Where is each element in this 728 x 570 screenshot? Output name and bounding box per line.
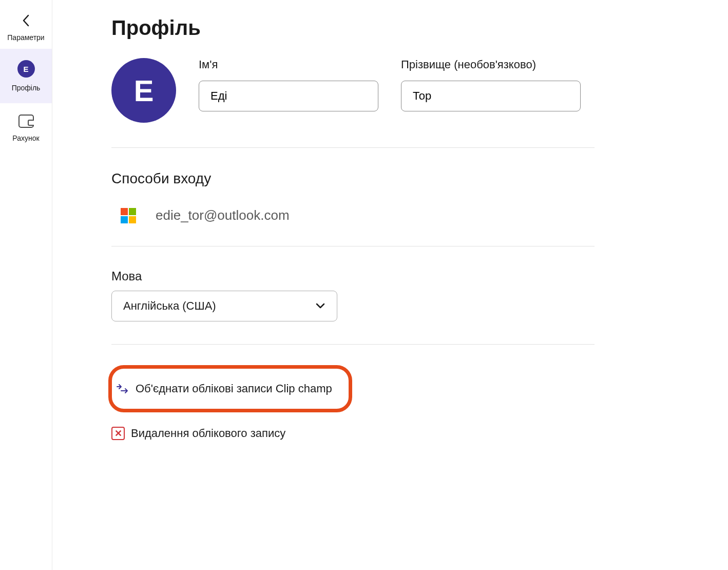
avatar-small: E: [17, 60, 35, 78]
language-select[interactable]: Англійська (США): [111, 291, 337, 321]
sidebar: Параметри E Профіль Рахунок: [0, 0, 52, 570]
last-name-group: Прізвище (необов'язково): [401, 58, 581, 111]
page-title: Профіль: [111, 16, 728, 40]
chevron-down-icon: [315, 301, 325, 312]
sidebar-item-account[interactable]: Рахунок: [0, 103, 52, 154]
back-label: Параметри: [7, 33, 44, 42]
merge-accounts-link[interactable]: Об'єднати облікові записи Clip champ: [116, 378, 332, 400]
merge-accounts-label: Об'єднати облікові записи Clip champ: [136, 382, 332, 395]
main-content: Профіль E Ім'я Прізвище (необов'язково) …: [52, 0, 728, 570]
language-label: Мова: [111, 269, 595, 283]
sidebar-item-label: Рахунок: [12, 134, 39, 142]
first-name-group: Ім'я: [199, 58, 378, 111]
merge-highlight: Об'єднати облікові записи Clip champ: [108, 365, 352, 412]
last-name-label: Прізвище (необов'язково): [401, 58, 581, 71]
avatar-initial: E: [134, 73, 154, 108]
wallet-icon: [18, 115, 34, 128]
login-methods-section: Способи входу edie_tor@outlook.com: [111, 147, 595, 246]
delete-icon: ✕: [111, 427, 125, 440]
last-name-input[interactable]: [401, 81, 581, 111]
language-selected-value: Англійська (США): [123, 299, 216, 313]
delete-account-label: Видалення облікового запису: [131, 427, 285, 440]
avatar-initial: E: [23, 65, 28, 73]
language-section: Мова Англійська (США): [111, 246, 595, 344]
account-actions-section: Об'єднати облікові записи Clip champ ✕ В…: [111, 344, 595, 444]
login-email: edie_tor@outlook.com: [156, 207, 290, 223]
first-name-input[interactable]: [199, 81, 378, 111]
chevron-left-icon: [21, 13, 31, 30]
delete-account-link[interactable]: ✕ Видалення облікового запису: [111, 423, 595, 444]
login-methods-title: Способи входу: [111, 170, 595, 187]
first-name-label: Ім'я: [199, 58, 378, 71]
back-button[interactable]: Параметри: [0, 10, 52, 49]
sidebar-item-profile[interactable]: E Профіль: [0, 49, 52, 103]
avatar-large[interactable]: E: [111, 58, 176, 123]
microsoft-logo-icon: [121, 208, 136, 223]
merge-icon: [116, 382, 129, 395]
sidebar-item-label: Профіль: [12, 84, 41, 92]
login-method-row: edie_tor@outlook.com: [111, 207, 595, 223]
profile-identity-row: E Ім'я Прізвище (необов'язково): [111, 58, 728, 147]
